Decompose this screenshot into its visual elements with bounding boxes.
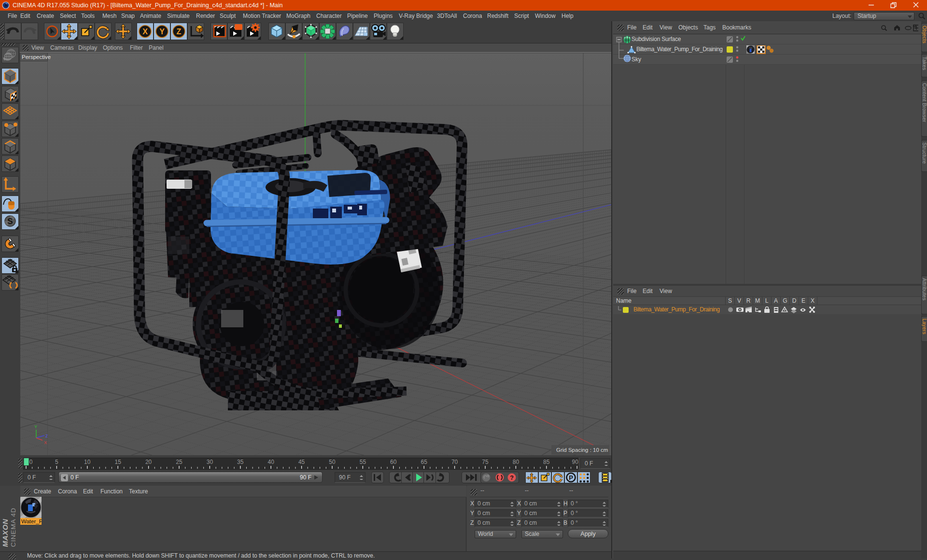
svg-text:85: 85 (543, 459, 550, 465)
svg-text:10: 10 (84, 459, 91, 465)
svg-text:45: 45 (298, 459, 305, 465)
svg-text:15: 15 (115, 459, 122, 465)
svg-text:60: 60 (390, 459, 397, 465)
svg-text:Y: Y (34, 424, 38, 429)
svg-text:X: X (142, 28, 148, 36)
svg-text:Z: Z (45, 433, 48, 438)
svg-text:5: 5 (55, 459, 58, 465)
svg-text:Z: Z (177, 28, 182, 36)
svg-text:40: 40 (268, 459, 275, 465)
svg-text:90: 90 (572, 459, 578, 465)
svg-text:P: P (569, 474, 573, 481)
svg-text:Y: Y (159, 28, 165, 36)
svg-text:X: X (44, 440, 47, 445)
svg-text:25: 25 (176, 459, 183, 465)
svg-text:S: S (7, 217, 13, 226)
svg-text:0: 0 (29, 459, 33, 465)
svg-text:?: ? (510, 475, 514, 481)
svg-text:20: 20 (145, 459, 152, 465)
svg-text:50: 50 (329, 459, 336, 465)
svg-text:65: 65 (421, 459, 428, 465)
svg-text:Grid Spacing : 10 cm: Grid Spacing : 10 cm (556, 447, 608, 453)
svg-text:70: 70 (451, 459, 458, 465)
svg-text:75: 75 (482, 459, 489, 465)
svg-text:80: 80 (513, 459, 520, 465)
svg-text:35: 35 (237, 459, 244, 465)
svg-text:55: 55 (360, 459, 366, 465)
svg-text:30: 30 (207, 459, 213, 465)
